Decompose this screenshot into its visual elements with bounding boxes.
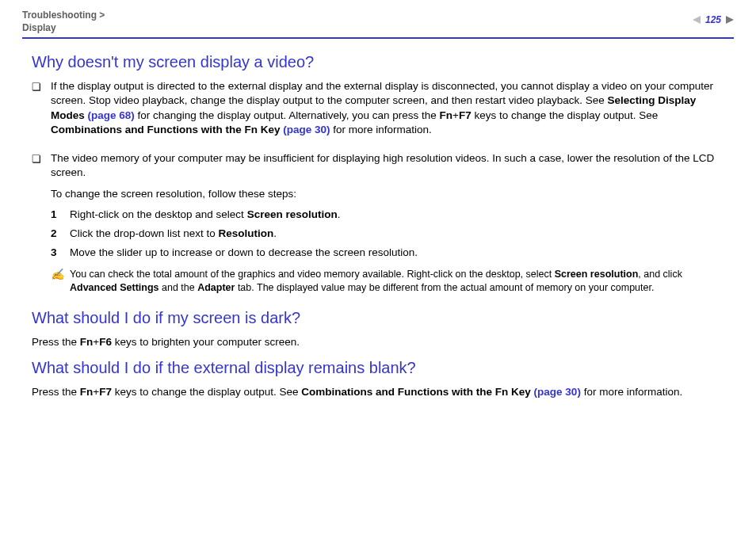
breadcrumb-sep: > — [97, 10, 105, 21]
text: Move the slider up to increase or down t… — [70, 246, 418, 260]
text: + — [93, 336, 99, 348]
ui-screen-resolution: Screen resolution — [247, 208, 338, 220]
key-f7: F7 — [459, 109, 472, 121]
text: Click the drop-down list next to — [70, 227, 219, 239]
page-number: 125 — [704, 14, 723, 25]
resolution-steps: 1 Right-click on the desktop and select … — [51, 208, 724, 261]
list-item: ❏ If the display output is directed to t… — [32, 79, 724, 143]
section3-body: Press the Fn+F7 keys to change the displ… — [32, 385, 724, 399]
arrow-right-icon — [726, 16, 734, 24]
link-fn-key-combos[interactable]: Combinations and Functions with the Fn K… — [51, 124, 330, 135]
step-number: 3 — [51, 246, 70, 260]
text: Press the — [32, 386, 80, 398]
key-fn: Fn — [80, 386, 94, 398]
key-fn: Fn — [440, 109, 453, 121]
text: To change the screen resolution, follow … — [51, 187, 724, 201]
prev-page-button[interactable] — [693, 16, 701, 24]
step-item: 2 Click the drop-down list next to Resol… — [51, 227, 724, 241]
page-root: Troubleshooting > Display 125 Why doesn'… — [0, 0, 756, 534]
key-fn: Fn — [80, 336, 94, 348]
bullet-icon: ❏ — [32, 80, 51, 143]
text: keys to change the display output. See — [112, 386, 301, 398]
step-item: 1 Right-click on the desktop and select … — [51, 208, 724, 222]
text: keys to change the display output. See — [472, 109, 659, 121]
content-area: Why doesn't my screen display a video? ❏… — [22, 53, 734, 399]
note-icon: ✍ — [51, 269, 70, 295]
text: . — [273, 227, 277, 239]
link-fn-key-combos[interactable]: Combinations and Functions with the Fn K… — [301, 386, 581, 398]
breadcrumb: Troubleshooting > Display — [22, 10, 105, 34]
bullet-icon: ❏ — [32, 152, 51, 299]
note: ✍ You can check the total amount of the … — [51, 268, 724, 295]
text: Press the — [32, 336, 80, 348]
note-text: You can check the total amount of the gr… — [70, 268, 724, 295]
ui-resolution: Resolution — [219, 227, 274, 239]
section2-heading: What should I do if my screen is dark? — [32, 309, 724, 327]
page-nav: 125 — [693, 14, 734, 25]
text: for changing the display output. Alterna… — [135, 109, 440, 121]
list-item: ❏ The video memory of your computer may … — [32, 151, 724, 299]
text: + — [93, 386, 99, 398]
text: for more information. — [330, 124, 432, 135]
step-item: 3 Move the slider up to increase or down… — [51, 246, 724, 260]
text: Right-click on the desktop and select — [70, 208, 247, 220]
section1-heading: Why doesn't my screen display a video? — [32, 53, 724, 71]
section1-bullets: ❏ If the display output is directed to t… — [32, 79, 724, 299]
bullet-body: The video memory of your computer may be… — [51, 151, 724, 299]
text: . — [338, 208, 341, 220]
arrow-left-icon — [693, 16, 701, 24]
key-f6: F6 — [99, 336, 112, 348]
next-page-button[interactable] — [726, 16, 734, 24]
breadcrumb-section-link[interactable]: Troubleshooting — [22, 10, 97, 21]
section3-heading: What should I do if the external display… — [32, 359, 724, 377]
text: + — [452, 109, 459, 121]
step-number: 2 — [51, 227, 70, 241]
header-rule — [22, 37, 734, 39]
bullet-body: If the display output is directed to the… — [51, 79, 724, 143]
breadcrumb-sub-link[interactable]: Display — [22, 22, 56, 33]
text: keys to brighten your computer screen. — [112, 336, 300, 348]
step-number: 1 — [51, 208, 70, 222]
key-f7: F7 — [99, 386, 112, 398]
page-header: Troubleshooting > Display 125 — [22, 10, 734, 34]
section2-body: Press the Fn+F6 keys to brighten your co… — [32, 335, 724, 349]
text: The video memory of your computer may be… — [51, 151, 724, 180]
text: for more information. — [581, 386, 682, 398]
